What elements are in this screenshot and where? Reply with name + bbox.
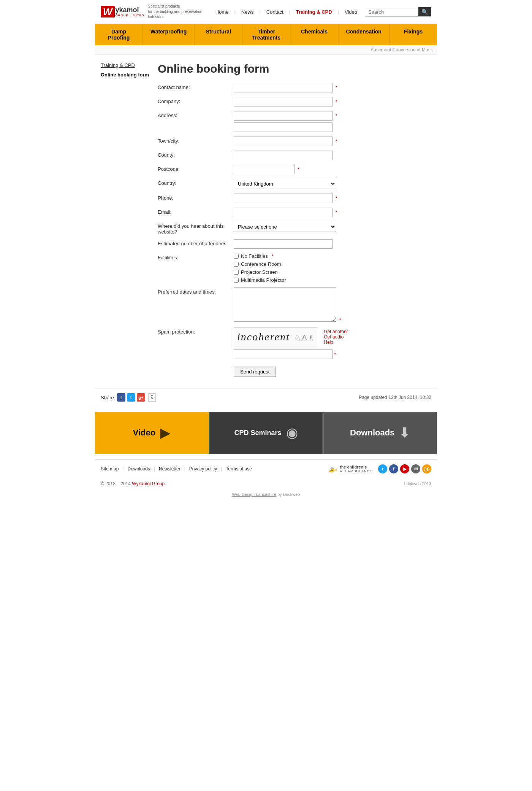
spam-scribble: ♘♙♗ — [294, 334, 315, 342]
footer-privacy-link[interactable]: Privacy policy — [189, 466, 217, 472]
footer-email-icon[interactable]: ✉ — [411, 464, 420, 473]
web-design-link[interactable]: Web Design Lancashire — [232, 492, 277, 497]
country-label: Country: — [158, 179, 234, 186]
breadcrumb: Basement Conversion at Mar... — [95, 45, 437, 55]
county-input[interactable] — [234, 151, 332, 160]
wykamol-group-link[interactable]: Wykamol Group — [132, 481, 165, 486]
search-box: 🔍 — [365, 7, 431, 17]
spam-get-another-link[interactable]: Get another — [324, 329, 348, 334]
dates-field: * — [234, 287, 431, 323]
dates-textarea[interactable] — [234, 287, 336, 322]
postcode-required: * — [298, 167, 299, 172]
sidebar-link-training[interactable]: Training & CPD — [101, 62, 150, 68]
attendees-input[interactable] — [234, 239, 332, 249]
town-input[interactable] — [234, 137, 332, 146]
category-nav: Damp Proofing Waterproofing Structural T… — [95, 24, 437, 45]
nav-condensation[interactable]: Condensation — [339, 24, 390, 45]
footer-rss-icon[interactable]: )))) — [422, 464, 431, 473]
country-select[interactable]: United Kingdom Ireland United States — [234, 179, 336, 189]
page-header: W ykamol GROUP LIMITED Specialist produc… — [95, 0, 437, 24]
footer-newsletter-link[interactable]: Newsletter — [159, 466, 180, 472]
spam-input[interactable] — [234, 349, 332, 359]
footer-links: Site map | Downloads | Newsletter | Priv… — [95, 459, 437, 478]
spam-field: incoherent ♘♙♗ Get another Get audio Hel… — [234, 327, 431, 359]
social-icons: f t g+ 0 — [117, 393, 156, 402]
footer-sitemap-link[interactable]: Site map — [101, 466, 119, 472]
county-field — [234, 151, 431, 160]
nav-news[interactable]: News — [241, 9, 254, 15]
nav-fixings[interactable]: Fixings — [390, 24, 437, 45]
logo-tagline2: for the building and preservation — [148, 9, 203, 14]
postcode-field: * — [234, 165, 431, 174]
footer-downloads-link[interactable]: Downloads — [127, 466, 150, 472]
footer-youtube-icon[interactable]: ▶ — [400, 464, 409, 473]
footer-twitter-icon[interactable]: t — [378, 464, 387, 473]
dates-label: Preferred dates and times: — [158, 287, 234, 295]
facility-conference-room-checkbox[interactable] — [234, 262, 239, 267]
nav-waterproofing[interactable]: Waterproofing — [143, 24, 195, 45]
facility-multimedia-projector[interactable]: Multimedia Projector — [234, 277, 431, 283]
footer-blocks: Video ▶ CPD Seminars ◉ Downloads ⬇ — [95, 412, 437, 454]
social-footer-icons: t f ▶ ✉ )))) — [378, 464, 431, 473]
footer-block-downloads[interactable]: Downloads ⬇ — [323, 412, 437, 454]
phone-required: * — [336, 195, 337, 201]
facility-projector-screen[interactable]: Projector Screen — [234, 269, 431, 275]
footer-facebook-icon[interactable]: f — [389, 464, 398, 473]
search-button[interactable]: 🔍 — [418, 7, 431, 16]
googleplus-share-icon[interactable]: g+ — [137, 393, 145, 402]
footer-block-video[interactable]: Video ▶ — [95, 412, 209, 454]
spam-help-link[interactable]: Help — [324, 340, 348, 345]
contact-name-field: * — [234, 83, 431, 92]
county-label: County: — [158, 151, 234, 158]
page-updated: Page updated 12th Jun 2014, 10:32 — [359, 395, 431, 400]
facility-multimedia-projector-checkbox[interactable] — [234, 278, 239, 283]
nav-contact[interactable]: Contact — [266, 9, 283, 15]
heard-select[interactable]: Please select one Search engine Referral… — [234, 222, 336, 232]
facility-projector-screen-checkbox[interactable] — [234, 270, 239, 275]
company-input[interactable] — [234, 97, 332, 106]
town-field: * — [234, 137, 431, 146]
spam-captcha-image: incoherent ♘♙♗ — [234, 327, 318, 346]
address-line1-input[interactable] — [234, 111, 332, 121]
phone-label: Phone: — [158, 194, 234, 201]
send-request-button[interactable]: Send request — [234, 367, 276, 377]
footer-terms-link[interactable]: Terms of use — [226, 466, 252, 472]
facility-no-facilities[interactable]: No Facilities * — [234, 253, 431, 259]
facebook-share-icon[interactable]: f — [117, 393, 125, 402]
nav-timber-treatments[interactable]: Timber Treatments — [242, 24, 290, 45]
contact-name-label: Contact name: — [158, 83, 234, 90]
postcode-row: Postcode: * — [158, 165, 431, 174]
town-row: Town/city: * — [158, 137, 431, 146]
facilities-label: Facilities: — [158, 253, 234, 260]
county-row: County: — [158, 151, 431, 160]
postcode-input[interactable] — [234, 165, 294, 174]
sidebar-current: Online booking form — [101, 72, 150, 78]
spam-label: Spam protection: — [158, 327, 234, 335]
facilities-field: No Facilities * Conference Room Projecto… — [234, 253, 431, 283]
heard-field: Please select one Search engine Referral… — [234, 222, 431, 232]
footer-block-cpd[interactable]: CPD Seminars ◉ — [209, 412, 323, 454]
facility-no-facilities-checkbox[interactable] — [234, 254, 239, 259]
footer-cpd-label: CPD Seminars — [234, 429, 281, 437]
nav-damp-proofing[interactable]: Damp Proofing — [95, 24, 143, 45]
nav-video[interactable]: Video — [345, 9, 357, 15]
email-input[interactable] — [234, 208, 332, 217]
nav-chemicals[interactable]: Chemicals — [290, 24, 338, 45]
footer-right: 🚁 the children's AIR AMBULANCE t f ▶ ✉ )… — [328, 464, 431, 473]
company-row: Company: * — [158, 97, 431, 106]
search-input[interactable] — [365, 7, 418, 16]
copyright-bar: © 2013 – 2014 Wykamol Group brickweb 201… — [95, 478, 437, 488]
phone-input[interactable] — [234, 194, 332, 203]
spam-required: * — [334, 351, 336, 357]
twitter-share-icon[interactable]: t — [127, 393, 135, 402]
address-line2-input[interactable] — [234, 122, 332, 132]
logo[interactable]: W ykamol GROUP LIMITED Specialist produc… — [101, 4, 202, 20]
facility-conference-room[interactable]: Conference Room — [234, 261, 431, 267]
footer-video-label: Video — [133, 428, 156, 438]
nav-structural[interactable]: Structural — [195, 24, 242, 45]
spam-get-audio-link[interactable]: Get audio — [324, 334, 348, 340]
nav-home[interactable]: Home — [215, 9, 229, 15]
contact-name-input[interactable] — [234, 83, 332, 92]
nav-training[interactable]: Training & CPD — [296, 9, 332, 15]
phone-field: * — [234, 194, 431, 203]
